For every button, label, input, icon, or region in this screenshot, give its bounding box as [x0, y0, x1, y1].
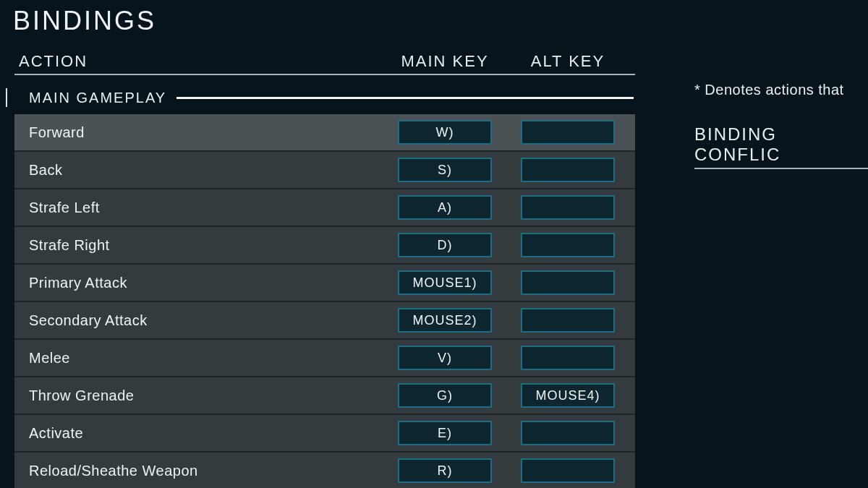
alt-key-button[interactable] [521, 120, 615, 145]
bindings-panel: ACTION MAIN KEY ALT KEY MAIN GAMEPLAY Fo… [14, 52, 635, 488]
alt-key-cell [506, 120, 629, 145]
main-key-button[interactable]: R) [398, 458, 492, 483]
alt-key-button[interactable] [521, 458, 615, 483]
alt-key-button[interactable] [521, 195, 615, 220]
main-key-cell: V) [383, 346, 506, 370]
binding-row[interactable]: ForwardW) [14, 114, 635, 152]
alt-key-cell [506, 308, 629, 333]
main-key-cell: R) [383, 458, 506, 483]
alt-key-cell [506, 346, 629, 370]
binding-row[interactable]: BackS) [14, 152, 635, 189]
alt-key-button[interactable] [521, 421, 615, 445]
binding-action-label: Forward [29, 124, 383, 141]
binding-row[interactable]: Reload/Sheathe WeaponR) [14, 453, 635, 488]
main-key-cell: G) [383, 383, 506, 408]
alt-key-button[interactable]: MOUSE4) [521, 383, 615, 408]
main-key-cell: S) [383, 158, 506, 182]
main-key-button[interactable]: D) [398, 233, 492, 257]
binding-action-label: Back [29, 162, 383, 179]
main-key-button[interactable]: W) [398, 120, 492, 145]
alt-key-cell [506, 158, 629, 182]
binding-action-label: Melee [29, 350, 383, 367]
alt-key-cell [506, 421, 629, 445]
bindings-list: MAIN GAMEPLAY ForwardW)BackS)Strafe Left… [14, 88, 635, 488]
alt-key-cell [506, 195, 629, 220]
binding-row[interactable]: MeleeV) [14, 340, 635, 377]
section-divider [176, 97, 634, 99]
alt-key-button[interactable] [521, 346, 615, 370]
binding-action-label: Strafe Left [29, 200, 383, 216]
main-key-button[interactable]: MOUSE2) [398, 308, 492, 333]
main-key-cell: W) [383, 120, 506, 145]
page-title: BINDINGS [13, 6, 156, 36]
alt-key-cell [506, 270, 629, 295]
binding-row[interactable]: Strafe RightD) [14, 227, 635, 265]
binding-action-label: Reload/Sheathe Weapon [29, 463, 383, 479]
alt-key-button[interactable] [521, 270, 615, 295]
binding-action-label: Primary Attack [29, 275, 383, 291]
main-key-cell: D) [383, 233, 506, 257]
binding-action-label: Activate [29, 425, 383, 442]
binding-row[interactable]: Secondary AttackMOUSE2) [14, 302, 635, 340]
list-selection-marker [6, 88, 7, 107]
binding-row[interactable]: Primary AttackMOUSE1) [14, 265, 635, 302]
main-key-button[interactable]: V) [398, 346, 492, 370]
alt-key-button[interactable] [521, 308, 615, 333]
alt-key-cell [506, 233, 629, 257]
main-key-button[interactable]: S) [398, 158, 492, 182]
main-key-button[interactable]: MOUSE1) [398, 270, 492, 295]
column-header-action: ACTION [14, 52, 383, 71]
alt-key-cell [506, 458, 629, 483]
main-key-cell: MOUSE2) [383, 308, 506, 333]
column-headers: ACTION MAIN KEY ALT KEY [14, 52, 635, 75]
main-key-button[interactable]: G) [398, 383, 492, 408]
main-key-cell: MOUSE1) [383, 270, 506, 295]
alt-key-cell: MOUSE4) [506, 383, 629, 408]
column-header-main-key: MAIN KEY [383, 52, 506, 71]
alt-key-button[interactable] [521, 233, 615, 257]
section-label: MAIN GAMEPLAY [29, 90, 166, 106]
binding-action-label: Strafe Right [29, 237, 383, 254]
main-key-cell: A) [383, 195, 506, 220]
main-key-button[interactable]: E) [398, 421, 492, 445]
binding-row[interactable]: ActivateE) [14, 415, 635, 453]
binding-action-label: Secondary Attack [29, 312, 383, 329]
conflicts-heading: BINDING CONFLIC [694, 124, 868, 169]
binding-row[interactable]: Throw GrenadeG)MOUSE4) [14, 377, 635, 415]
section-header[interactable]: MAIN GAMEPLAY [14, 88, 635, 107]
binding-row[interactable]: Strafe LeftA) [14, 189, 635, 227]
column-header-alt-key: ALT KEY [506, 52, 629, 71]
main-key-cell: E) [383, 421, 506, 445]
alt-key-button[interactable] [521, 158, 615, 182]
legend-note: * Denotes actions that [694, 82, 844, 98]
binding-action-label: Throw Grenade [29, 388, 383, 404]
main-key-button[interactable]: A) [398, 195, 492, 220]
